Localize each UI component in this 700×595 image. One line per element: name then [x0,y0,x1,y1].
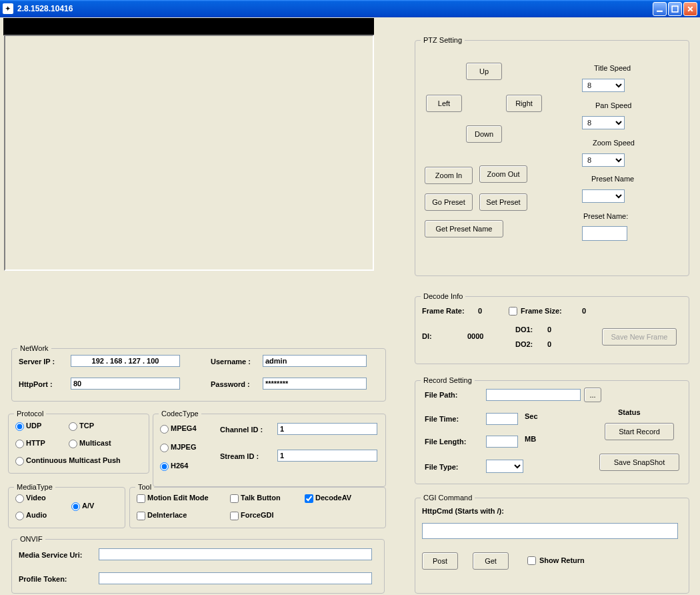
username-label: Username : [211,358,251,366]
protocol-udp-radio[interactable] [15,422,24,431]
server-ip-label: Server IP : [19,358,55,366]
video-preview [4,35,374,271]
do2-label: DO2: [515,340,533,348]
file-path-browse-button[interactable]: ... [584,388,601,402]
password-label: Password : [211,380,250,388]
do1-value: 0 [547,326,551,334]
minimize-button[interactable] [653,2,667,16]
do1-label: DO1: [515,326,533,334]
pan-speed-select[interactable]: 8 [582,116,625,129]
decode-legend: Decode Info [421,292,465,300]
protocol-http-label: HTTP [26,439,45,447]
zoom-in-button[interactable]: Zoom In [425,167,473,184]
start-record-button[interactable]: Start Record [605,423,674,440]
preset-name2-label: Preset Name: [583,212,628,220]
media-av-radio[interactable] [71,502,80,511]
zoom-speed-select[interactable]: 8 [582,153,625,167]
preset-name-select[interactable] [582,189,625,203]
tool-group: Tool Motion Edit Mode Talk Button Decode… [129,483,386,528]
channel-id-input[interactable] [277,423,377,435]
svg-rect-0 [657,10,663,11]
preset-name-label: Preset Name [591,175,634,183]
protocol-cmp-radio[interactable] [15,457,24,466]
profile-token-label: Profile Token: [19,575,67,583]
title-speed-select[interactable]: 8 [582,79,625,92]
httpcmd-label: HttpCmd (Starts with /): [422,507,504,515]
decodeav-label: DecodeAV [315,494,351,502]
media-legend: MediaType [14,483,55,491]
protocol-multicast-label: Multicast [79,439,111,447]
talk-button-checkbox[interactable] [230,494,239,503]
motion-edit-checkbox[interactable] [137,494,145,503]
media-audio-radio[interactable] [15,512,24,520]
get-button[interactable]: Get [473,552,509,570]
ptz-right-button[interactable]: Right [506,95,542,112]
di-label: DI: [422,332,432,340]
status-label: Status [618,408,641,416]
post-button[interactable]: Post [422,552,458,570]
codec-mpeg4-radio[interactable] [160,425,169,434]
get-preset-name-button[interactable]: Get Preset Name [425,220,503,237]
frame-rate-value: 0 [478,307,482,315]
preset-name-input[interactable] [582,226,627,241]
forcegdi-label: ForceGDI [241,511,274,519]
show-return-checkbox[interactable] [527,556,536,565]
frame-rate-label: Frame Rate: [422,307,465,315]
protocol-http-radio[interactable] [15,440,24,448]
file-length-input[interactable] [486,436,518,448]
protocol-multicast-radio[interactable] [69,440,77,448]
titlebar: ✦ 2.8.1528.10416 [0,0,700,17]
save-new-frame-button[interactable]: Save New Frame [602,328,677,346]
file-length-label: File Length: [425,438,466,446]
svg-rect-1 [672,6,678,12]
media-av-label: A/V [82,502,94,510]
media-uri-input[interactable] [99,548,372,560]
sec-label: Sec [525,412,538,420]
network-group: NetWork Server IP : Username : HttpPort … [11,344,386,402]
zoom-out-button[interactable]: Zoom Out [479,165,527,183]
decode-info-group: Decode Info Frame Rate: 0 Frame Size: 0 … [415,292,689,364]
maximize-button[interactable] [668,2,682,16]
httpcmd-input[interactable] [422,523,678,539]
frame-size-checkbox[interactable] [509,307,517,316]
ptz-up-button[interactable]: Up [466,63,502,80]
frame-size-value: 0 [582,307,586,315]
file-path-input[interactable] [486,389,581,401]
http-port-input[interactable] [71,378,180,390]
username-input[interactable] [263,355,367,367]
file-time-input[interactable] [486,413,518,425]
protocol-legend: Protocol [14,410,46,418]
set-preset-button[interactable]: Set Preset [479,193,527,211]
codec-mjpeg-radio[interactable] [160,444,169,452]
protocol-tcp-radio[interactable] [69,422,77,431]
server-ip-input[interactable] [71,355,180,367]
file-type-select[interactable] [486,460,523,473]
show-return-label: Show Return [539,556,585,564]
ptz-left-button[interactable]: Left [426,95,462,112]
ptz-down-button[interactable]: Down [466,125,502,143]
save-snapshot-button[interactable]: Save SnapShot [599,454,679,471]
file-time-label: File Time: [425,415,459,423]
codec-h264-radio[interactable] [160,462,169,471]
password-input[interactable] [263,378,367,390]
go-preset-button[interactable]: Go Preset [425,193,473,211]
media-video-label: Video [26,494,46,502]
ptz-setting-group: PTZ Setting Up Left Right Down Zoom In Z… [415,36,689,276]
onvif-legend: ONVIF [17,535,45,543]
http-port-label: HttpPort : [19,380,53,388]
stream-id-input[interactable] [277,450,377,462]
di-value: 0000 [467,332,483,340]
profile-token-input[interactable] [99,572,372,584]
media-uri-label: Media Service Uri: [19,551,82,559]
codec-group: CodecType MPEG4 MJPEG H264 Channel ID : … [153,410,386,487]
ptz-legend: PTZ Setting [421,36,465,44]
app-icon: ✦ [3,3,13,14]
forcegdi-checkbox[interactable] [230,512,239,520]
protocol-group: Protocol UDP TCP HTTP Multicast Continuo… [8,410,149,474]
close-button[interactable] [683,2,697,16]
deinterlace-checkbox[interactable] [137,512,145,520]
decodeav-checkbox[interactable] [305,494,313,503]
media-video-radio[interactable] [15,494,24,503]
network-legend: NetWork [17,344,51,352]
record-setting-group: Record Setting File Path: ... File Time:… [415,376,689,484]
